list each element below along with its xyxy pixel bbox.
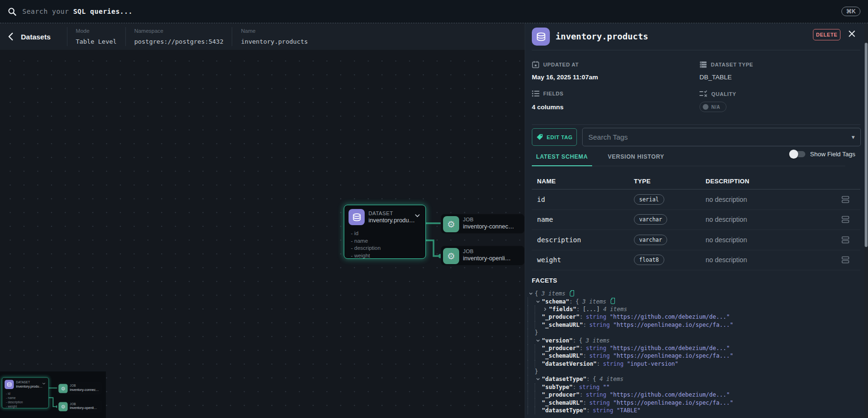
row-stack-icon[interactable] xyxy=(841,256,849,264)
meta-label: Namespace xyxy=(134,28,224,34)
schema-row: descriptionvarcharno description xyxy=(532,230,860,250)
field-type-badge: varchar xyxy=(634,214,667,225)
dataset-detail-panel: inventory.products DELETE UPDATED AT May… xyxy=(525,23,864,418)
expand-caret-icon[interactable] xyxy=(542,307,548,312)
collapse-fields-chevron-icon xyxy=(42,382,46,385)
facet-json-line: "version":{3 items xyxy=(528,336,860,344)
job-node-connector[interactable]: ⚙ JOB inventory-connec… xyxy=(441,214,525,234)
collapse-caret-icon[interactable] xyxy=(528,291,534,296)
back-button[interactable] xyxy=(0,32,21,41)
json-brace: { xyxy=(579,337,582,344)
panel-scrollbar-thumb[interactable] xyxy=(865,43,868,247)
json-colon: : xyxy=(579,314,583,320)
facet-json-line: "_schemaURL":string"https://openlineage.… xyxy=(528,321,860,329)
gear-icon: ⚙ xyxy=(443,248,459,264)
collapse-fields-chevron-icon[interactable] xyxy=(415,214,420,218)
json-key: "_producer" xyxy=(542,314,579,320)
row-stack-icon[interactable] xyxy=(841,216,849,223)
facet-json-line: {3 items xyxy=(528,290,860,297)
search-placeholder-emphasis: SQL queries... xyxy=(73,8,132,15)
field-name: description xyxy=(537,236,581,244)
indent-guide xyxy=(528,321,535,329)
json-colon: : xyxy=(597,361,600,367)
tab-latest-schema[interactable]: LATEST SCHEMA xyxy=(532,149,592,166)
show-field-tags-toggle[interactable]: Show Field Tags xyxy=(791,151,855,158)
minimap[interactable]: DATASET inventory.produ… - id- name- des… xyxy=(0,371,106,418)
tab-version-history[interactable]: VERSION HISTORY xyxy=(604,149,669,166)
json-colon: : xyxy=(583,399,586,406)
node-kind-label: JOB xyxy=(70,384,76,388)
indent-guide xyxy=(528,391,535,399)
indent-guide xyxy=(535,391,542,399)
field-name: id xyxy=(537,196,545,203)
json-key: "subType" xyxy=(542,384,573,390)
close-icon[interactable] xyxy=(847,29,857,38)
delete-button[interactable]: DELETE xyxy=(813,29,840,40)
json-type: string xyxy=(603,361,623,367)
search-icon xyxy=(8,7,17,16)
json-brace: } xyxy=(535,368,538,375)
row-stack-icon[interactable] xyxy=(841,196,849,203)
quality-checklist-icon xyxy=(699,90,708,97)
search-tags-input[interactable]: Search Tags ▾ xyxy=(582,128,861,146)
quality-label: QUALITY xyxy=(699,90,736,97)
node-name-label: inventory.produ… xyxy=(368,217,415,224)
lineage-canvas[interactable]: DATASET inventory.produ… - id- name- des… xyxy=(0,50,525,418)
status-dot xyxy=(703,104,708,110)
field-description: no description xyxy=(706,196,747,203)
indent-guide xyxy=(528,305,535,313)
json-brace: { xyxy=(535,290,538,297)
json-type: string xyxy=(586,345,606,352)
dataset-field-list: - id- name- description- weight xyxy=(6,392,23,408)
dataset-field: - description xyxy=(6,400,23,404)
json-key: "_producer" xyxy=(542,391,579,398)
indent-guide xyxy=(535,313,542,321)
json-str: "input-version" xyxy=(627,361,678,367)
json-key: "datasetType" xyxy=(542,376,586,382)
row-stack-icon[interactable] xyxy=(841,236,849,244)
collapse-caret-icon[interactable] xyxy=(535,338,541,343)
facet-json-line: "_producer":string"https://github.com/de… xyxy=(528,391,860,399)
facet-json-line: "_producer":string"https://github.com/de… xyxy=(528,313,860,321)
field-name: weight xyxy=(537,256,561,264)
json-str: "https://openlineage.io/spec/fa..." xyxy=(613,322,733,328)
database-icon xyxy=(5,380,14,389)
column-header-description: DESCRIPTION xyxy=(706,178,841,185)
facet-json-line: "_producer":string"https://github.com/de… xyxy=(528,344,860,352)
json-colon: : xyxy=(569,298,573,305)
toggle-switch[interactable] xyxy=(791,151,805,157)
collapse-caret-icon[interactable] xyxy=(535,377,541,381)
field-type-badge: varchar xyxy=(634,235,667,245)
json-colon: : xyxy=(586,407,590,414)
schema-table-header: NAME TYPE DESCRIPTION xyxy=(532,173,860,190)
indent-guide xyxy=(535,399,542,406)
dataset-field: - name xyxy=(6,396,23,400)
indent-guide xyxy=(528,407,535,414)
indent-guide xyxy=(528,329,535,336)
node-kind-label: DATASET xyxy=(368,210,393,216)
job-node-openlineage[interactable]: ⚙ JOB inventory-openli… xyxy=(441,246,525,266)
copy-to-clipboard-icon[interactable] xyxy=(570,291,574,296)
collapse-caret-icon[interactable] xyxy=(535,299,541,304)
json-colon: : xyxy=(579,345,583,352)
column-header-name: NAME xyxy=(532,178,634,185)
panel-scrollbar-track xyxy=(864,23,868,418)
edit-tag-button[interactable]: EDIT TAG xyxy=(532,128,577,146)
json-ell: [...] xyxy=(583,306,600,313)
minimap-job-node: ⚙ JOB inventory-connec… xyxy=(57,382,102,394)
dataset-field: - weight xyxy=(351,252,381,260)
chevron-down-icon[interactable]: ▾ xyxy=(851,133,855,141)
meta-label: Mode xyxy=(76,28,117,34)
json-items: 3 items xyxy=(541,290,566,297)
node-kind-label: DATASET xyxy=(16,380,30,384)
gear-icon: ⚙ xyxy=(58,384,67,393)
global-search-input[interactable]: Search your SQL queries... xyxy=(22,8,132,15)
search-placeholder-prefix: Search your xyxy=(22,8,73,15)
dataset-node[interactable]: DATASET inventory.produ… - id- name- des… xyxy=(344,205,426,259)
copy-to-clipboard-icon[interactable] xyxy=(611,299,615,304)
search-tags-placeholder: Search Tags xyxy=(588,133,851,141)
indent-guide xyxy=(528,368,535,375)
minimap-job-node: ⚙ JOB inventory-openli… xyxy=(57,401,102,412)
indent-guide xyxy=(528,375,535,383)
column-header-type: TYPE xyxy=(634,178,706,185)
